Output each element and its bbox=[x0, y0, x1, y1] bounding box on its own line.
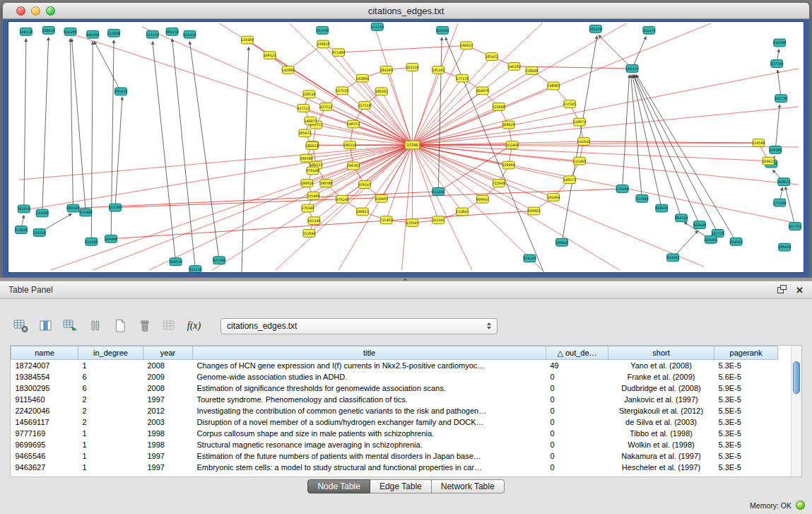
table-row[interactable]: 946362711997Embryonic stem cells: a mode… bbox=[11, 462, 778, 473]
window-close-button[interactable] bbox=[16, 6, 25, 16]
column-header-pagerank[interactable]: pagerank bbox=[714, 346, 778, 360]
network-node[interactable]: 186610 bbox=[42, 26, 55, 34]
network-node[interactable]: 205610 bbox=[114, 88, 127, 95]
network-node[interactable]: 931150 bbox=[189, 266, 201, 273]
network-node[interactable]: 189042 bbox=[555, 238, 568, 246]
table-row[interactable]: 977716911998Corpus callosum shape and si… bbox=[11, 428, 778, 439]
network-node[interactable]: 218508 bbox=[525, 66, 538, 74]
network-node[interactable]: 390788 bbox=[319, 180, 332, 187]
network-node[interactable]: 946300 bbox=[86, 30, 99, 38]
network-node[interactable]: 159580 bbox=[752, 139, 765, 147]
network-node[interactable]: 167701 bbox=[789, 223, 801, 230]
network-node[interactable]: 921300 bbox=[213, 257, 225, 264]
network-node[interactable]: 195182 bbox=[432, 66, 445, 74]
network-node[interactable]: 748083 bbox=[547, 82, 560, 90]
table-row[interactable]: 1830029562008Estimation of significance … bbox=[11, 382, 778, 394]
row-height-button[interactable] bbox=[86, 317, 105, 335]
table-row[interactable]: 969969511998Structural magnetic resonanc… bbox=[11, 439, 778, 450]
column-header-title[interactable]: title bbox=[193, 346, 546, 360]
network-node[interactable]: 151845 bbox=[456, 208, 469, 216]
network-node[interactable]: 427512 bbox=[319, 103, 332, 111]
network-node[interactable]: 261610 bbox=[18, 205, 30, 213]
network-node[interactable]: 159380 bbox=[769, 146, 782, 154]
network-node[interactable]: 149575 bbox=[563, 176, 576, 184]
network-node[interactable]: 955450 bbox=[183, 30, 196, 38]
network-node[interactable]: 818304 bbox=[436, 26, 449, 34]
network-node[interactable]: 725402 bbox=[380, 216, 393, 224]
column-header-name[interactable]: name bbox=[11, 346, 78, 360]
network-node[interactable]: 231600 bbox=[36, 209, 49, 217]
network-node[interactable]: 173100 bbox=[773, 199, 786, 206]
network-node[interactable]: 105494 bbox=[547, 193, 560, 201]
network-node[interactable]: 186310 bbox=[343, 141, 356, 149]
network-node[interactable]: 166475 bbox=[626, 64, 639, 72]
table-row[interactable]: 2242004622012Investigating the contribut… bbox=[11, 405, 778, 416]
network-node[interactable]: 722049 bbox=[493, 180, 505, 187]
network-node[interactable]: 924500 bbox=[85, 238, 98, 245]
network-node[interactable]: 979140 bbox=[306, 167, 319, 175]
network-node[interactable]: 390787 bbox=[347, 162, 360, 170]
network-node[interactable]: 253600 bbox=[15, 226, 28, 234]
tab-network-table[interactable]: Network Table bbox=[432, 479, 505, 493]
network-node[interactable]: 593700 bbox=[316, 26, 329, 34]
network-node[interactable]: 100917 bbox=[356, 208, 369, 216]
network-node[interactable]: 679190 bbox=[616, 185, 629, 193]
network-node[interactable]: 164070 bbox=[476, 87, 489, 95]
float-panel-icon[interactable] bbox=[777, 284, 787, 296]
network-node[interactable]: 924502 bbox=[730, 238, 743, 245]
network-node[interactable]: 979147 bbox=[358, 181, 371, 189]
network-node[interactable]: 161347 bbox=[432, 216, 445, 224]
network-node[interactable]: 142008 bbox=[282, 66, 295, 74]
network-node[interactable]: 910630 bbox=[655, 204, 668, 212]
network-node[interactable]: 150304 bbox=[241, 36, 254, 44]
table-row[interactable]: 911546021997Tourette syndrome. Phenomeno… bbox=[11, 394, 778, 405]
table-scrollbar-thumb[interactable] bbox=[793, 361, 800, 394]
network-node[interactable]: 169401 bbox=[705, 235, 717, 243]
tab-node-table[interactable]: Node Table bbox=[307, 479, 370, 493]
network-node[interactable]: 140752 bbox=[347, 120, 360, 128]
network-node[interactable]: 186031 bbox=[305, 142, 318, 150]
column-header-year[interactable]: year bbox=[143, 346, 193, 360]
network-node[interactable]: 157105 bbox=[563, 100, 576, 108]
network-node[interactable]: 169622 bbox=[777, 178, 790, 186]
network-node[interactable]: 909947 bbox=[476, 195, 489, 203]
network-node[interactable]: 220404 bbox=[502, 161, 515, 169]
network-node[interactable]: 927740 bbox=[770, 60, 783, 68]
network-node[interactable]: 250310 bbox=[33, 229, 46, 237]
network-node[interactable]: 177170 bbox=[456, 74, 469, 82]
window-titlebar[interactable]: citations_edges.txt bbox=[3, 3, 809, 19]
network-node[interactable]: 162730 bbox=[775, 95, 787, 103]
network-node[interactable]: 980150 bbox=[166, 28, 179, 35]
network-node[interactable]: 100910 bbox=[300, 180, 313, 187]
network-node[interactable]: 169620 bbox=[502, 121, 515, 129]
network-node[interactable]: 160121 bbox=[264, 52, 276, 59]
network-node[interactable]: 220818 bbox=[317, 40, 329, 48]
network-node[interactable]: 169400 bbox=[105, 235, 117, 243]
network-node[interactable]: 955400 bbox=[79, 209, 92, 216]
new-table-button[interactable] bbox=[110, 317, 129, 335]
network-node[interactable]: 321600 bbox=[493, 103, 505, 111]
network-node[interactable]: 971480 bbox=[332, 49, 345, 57]
table-row[interactable]: 1456911722003Disruption of a novel membe… bbox=[11, 416, 778, 428]
network-node[interactable]: 185472 bbox=[486, 53, 498, 61]
network-node[interactable]: 218510 bbox=[302, 90, 315, 98]
network-node[interactable]: 166130 bbox=[20, 28, 33, 35]
create-column-button[interactable] bbox=[61, 317, 80, 335]
import-table-button[interactable] bbox=[160, 317, 179, 335]
network-node[interactable]: 980100 bbox=[66, 204, 79, 212]
network-node[interactable]: 184209 bbox=[380, 66, 393, 74]
table-row[interactable]: 1872400712008Changes of HCN gene express… bbox=[11, 360, 778, 371]
column-header-in_degree[interactable]: in_degree bbox=[78, 346, 143, 360]
network-node[interactable]: 357060 bbox=[635, 194, 648, 202]
network-node[interactable]: 169440 bbox=[693, 221, 706, 229]
network-node[interactable]: 924501 bbox=[666, 254, 679, 262]
network-node[interactable]: 112600 bbox=[107, 29, 120, 37]
network-node[interactable]: 151840 bbox=[302, 230, 315, 238]
column-header-short[interactable]: short bbox=[608, 346, 714, 360]
network-node[interactable]: 427513 bbox=[297, 105, 310, 112]
network-node[interactable]: 151445 bbox=[432, 188, 445, 196]
network-node[interactable]: 984520 bbox=[675, 214, 688, 222]
network-node[interactable]: 110674 bbox=[573, 118, 586, 126]
network-node[interactable]: 170340 bbox=[301, 204, 314, 212]
window-zoom-button[interactable] bbox=[46, 6, 55, 16]
